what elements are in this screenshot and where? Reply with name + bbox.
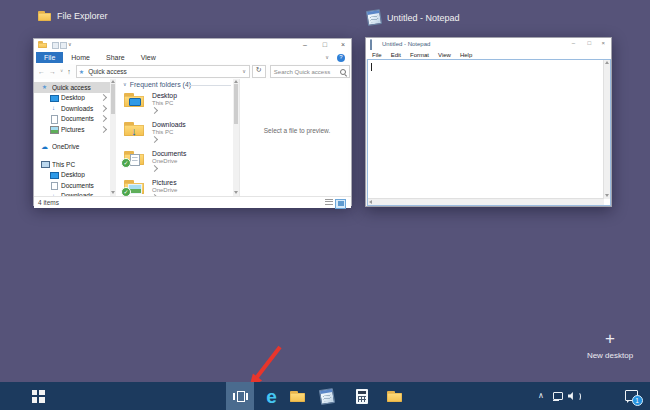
item-count: 4 items xyxy=(38,199,59,206)
folder-tile-pictures[interactable]: Pictures OneDrive xyxy=(124,178,229,196)
scrollbar-thumb[interactable] xyxy=(111,84,115,114)
explorer-status-bar: 4 items xyxy=(34,196,351,208)
minimize-button[interactable] xyxy=(303,41,307,48)
action-center-icon: 1 xyxy=(625,390,638,402)
scroll-up-icon[interactable] xyxy=(111,80,115,83)
menu-edit[interactable]: Edit xyxy=(391,52,401,58)
close-button[interactable] xyxy=(341,41,345,48)
nav-item-desktop[interactable]: Desktop xyxy=(34,93,110,104)
tray-network-button[interactable] xyxy=(550,382,566,410)
this-pc-icon xyxy=(40,161,49,168)
address-bar[interactable]: Quick access xyxy=(76,65,250,78)
pictures-folder-icon xyxy=(124,179,144,195)
window-title: Untitled - Notepad xyxy=(382,41,430,47)
ribbon-tab-view[interactable]: View xyxy=(133,52,164,63)
qat-dropdown-icon[interactable] xyxy=(68,42,72,47)
taskbar-file-explorer-button[interactable] xyxy=(284,382,311,410)
menu-view[interactable]: View xyxy=(438,52,451,58)
scroll-down-icon[interactable] xyxy=(111,191,115,194)
nav-item-onedrive[interactable]: OneDrive xyxy=(34,142,110,153)
folder-tile-downloads[interactable]: Downloads This PC xyxy=(124,120,229,147)
group-heading[interactable]: Frequent folders (4) xyxy=(123,81,191,88)
nav-item-this-pc[interactable]: This PC xyxy=(34,159,110,170)
ribbon-tab-share[interactable]: Share xyxy=(98,52,133,63)
file-explorer-window-thumbnail[interactable]: File Home Share View Quick access Search… xyxy=(33,38,352,206)
search-icon xyxy=(339,68,347,76)
downloads-icon xyxy=(49,105,58,111)
help-icon[interactable] xyxy=(337,54,345,62)
folder-tile-documents[interactable]: Documents OneDrive xyxy=(124,149,229,176)
scrollbar-thumb[interactable] xyxy=(234,84,238,124)
thumbnail-label-notepad[interactable]: Untitled - Notepad xyxy=(367,10,460,25)
task-view-button[interactable] xyxy=(226,382,254,410)
desktop-icon xyxy=(49,95,58,101)
forward-button[interactable] xyxy=(49,68,56,75)
downloads-folder-icon xyxy=(124,121,144,137)
notification-badge: 1 xyxy=(632,395,643,406)
tray-volume-button[interactable] xyxy=(566,382,582,410)
nav-item-desktop-pc[interactable]: Desktop xyxy=(34,170,110,181)
preview-pane: Select a file to preview. xyxy=(239,79,351,196)
scroll-up-icon[interactable] xyxy=(234,80,238,83)
quick-access-icon xyxy=(40,84,49,90)
notepad-titlebar[interactable]: Untitled - Notepad xyxy=(366,38,611,50)
maximize-button[interactable] xyxy=(323,41,327,48)
file-explorer-icon xyxy=(38,10,51,21)
collapse-group-icon[interactable] xyxy=(123,82,127,87)
pin-icon xyxy=(151,107,158,114)
ribbon-collapse-icon[interactable] xyxy=(325,55,329,60)
back-button[interactable] xyxy=(38,68,45,75)
documents-icon xyxy=(49,115,58,122)
nav-item-documents[interactable]: Documents xyxy=(34,114,110,125)
nav-item-quick-access[interactable]: Quick access xyxy=(34,82,110,93)
qat-icon[interactable] xyxy=(60,42,67,49)
menu-file[interactable]: File xyxy=(372,52,382,58)
onedrive-synced-icon xyxy=(121,187,131,196)
refresh-button[interactable] xyxy=(252,65,266,78)
nav-item-downloads[interactable]: Downloads xyxy=(34,103,110,114)
qat-icon[interactable] xyxy=(52,42,59,49)
up-button[interactable] xyxy=(67,68,71,75)
scroll-left-icon[interactable] xyxy=(369,200,372,204)
folder-icon xyxy=(387,390,402,402)
horizontal-scrollbar[interactable] xyxy=(368,198,604,205)
ribbon-tab-home[interactable]: Home xyxy=(63,52,98,63)
thumbnail-view-icon[interactable] xyxy=(335,199,346,209)
close-button[interactable] xyxy=(601,40,605,46)
explorer-address-toolbar: Quick access Search Quick access xyxy=(34,64,351,80)
details-view-icon[interactable] xyxy=(325,199,333,206)
taskbar-folder-button[interactable] xyxy=(381,382,408,410)
scroll-up-icon[interactable] xyxy=(605,61,609,64)
nav-item-pictures[interactable]: Pictures xyxy=(34,124,110,135)
file-explorer-titlebar[interactable] xyxy=(34,39,351,51)
taskbar-edge-button[interactable] xyxy=(258,382,285,410)
ribbon-tab-file[interactable]: File xyxy=(36,52,63,63)
vertical-scrollbar[interactable] xyxy=(603,60,610,199)
notepad-text-area[interactable] xyxy=(367,59,611,206)
taskbar-notepad-button[interactable] xyxy=(313,382,340,410)
recent-locations-icon[interactable] xyxy=(60,69,63,74)
thumbnail-title: Untitled - Notepad xyxy=(387,13,460,23)
action-center-button[interactable]: 1 xyxy=(618,382,644,410)
menu-format[interactable]: Format xyxy=(410,52,429,58)
folder-tile-desktop[interactable]: Desktop This PC xyxy=(124,91,229,118)
scroll-down-icon[interactable] xyxy=(234,191,238,194)
new-desktop-button[interactable]: New desktop xyxy=(570,330,650,360)
maximize-button[interactable] xyxy=(587,40,591,46)
task-view-icon xyxy=(233,391,248,402)
chevron-up-icon xyxy=(538,392,544,400)
edge-icon xyxy=(266,387,277,406)
scroll-down-icon[interactable] xyxy=(605,194,609,197)
minimize-button[interactable] xyxy=(572,40,575,46)
thumbnail-label-file-explorer[interactable]: File Explorer xyxy=(38,10,108,21)
pictures-icon xyxy=(49,126,58,132)
address-dropdown-icon[interactable] xyxy=(242,69,246,74)
notepad-window-thumbnail[interactable]: Untitled - Notepad File Edit Format View… xyxy=(365,37,612,207)
start-button[interactable] xyxy=(18,382,58,410)
nav-item-documents-pc[interactable]: Documents xyxy=(34,180,110,191)
quick-access-icon xyxy=(79,69,84,75)
tray-show-hidden-icons-button[interactable] xyxy=(532,382,550,410)
menu-help[interactable]: Help xyxy=(460,52,472,58)
explorer-search-box[interactable]: Search Quick access xyxy=(270,65,350,78)
taskbar-calculator-button[interactable] xyxy=(348,382,375,410)
